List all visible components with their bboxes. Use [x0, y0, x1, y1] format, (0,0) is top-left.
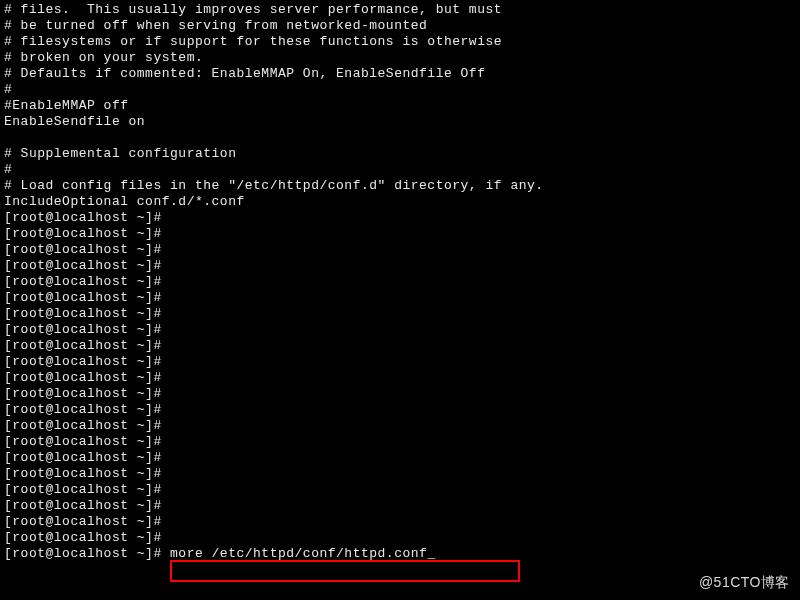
shell-prompt-line: [root@localhost ~]# [4, 418, 796, 434]
config-file-line: EnableSendfile on [4, 114, 796, 130]
shell-prompt: [root@localhost ~]# [4, 530, 170, 546]
shell-prompt: [root@localhost ~]# [4, 498, 170, 514]
shell-prompt-line: [root@localhost ~]# [4, 466, 796, 482]
cursor: _ [427, 546, 435, 562]
config-file-line: # Defaults if commented: EnableMMAP On, … [4, 66, 796, 82]
shell-prompt-line: [root@localhost ~]# [4, 386, 796, 402]
config-file-line: # broken on your system. [4, 50, 796, 66]
shell-prompt: [root@localhost ~]# [4, 226, 170, 242]
config-file-line [4, 130, 796, 146]
shell-prompt: [root@localhost ~]# [4, 466, 170, 482]
typed-command: more /etc/httpd/conf/httpd.conf [170, 546, 427, 562]
shell-prompt: [root@localhost ~]# [4, 546, 170, 562]
shell-prompt: [root@localhost ~]# [4, 514, 170, 530]
config-file-line: # [4, 82, 796, 98]
shell-prompt: [root@localhost ~]# [4, 482, 170, 498]
config-file-line: # files. This usually improves server pe… [4, 2, 796, 18]
shell-prompt-line: [root@localhost ~]# [4, 482, 796, 498]
config-file-line: # Load config files in the "/etc/httpd/c… [4, 178, 796, 194]
shell-prompt: [root@localhost ~]# [4, 450, 170, 466]
shell-prompt-line: [root@localhost ~]# [4, 274, 796, 290]
shell-prompt-line: [root@localhost ~]# [4, 530, 796, 546]
shell-prompt-line: [root@localhost ~]# [4, 514, 796, 530]
shell-prompt: [root@localhost ~]# [4, 242, 170, 258]
shell-prompt: [root@localhost ~]# [4, 258, 170, 274]
shell-prompt-line: [root@localhost ~]# [4, 338, 796, 354]
terminal-output[interactable]: # files. This usually improves server pe… [4, 2, 796, 562]
shell-prompt: [root@localhost ~]# [4, 274, 170, 290]
shell-prompt: [root@localhost ~]# [4, 418, 170, 434]
shell-prompt-line: [root@localhost ~]# [4, 354, 796, 370]
shell-prompt: [root@localhost ~]# [4, 402, 170, 418]
config-file-line: # Supplemental configuration [4, 146, 796, 162]
shell-prompt-line: [root@localhost ~]# [4, 370, 796, 386]
shell-prompt-line: [root@localhost ~]# [4, 402, 796, 418]
shell-prompt-line: [root@localhost ~]# [4, 242, 796, 258]
shell-prompt: [root@localhost ~]# [4, 290, 170, 306]
config-file-line: IncludeOptional conf.d/*.conf [4, 194, 796, 210]
shell-prompt-line: [root@localhost ~]# [4, 290, 796, 306]
watermark-label: @51CTO博客 [699, 574, 790, 590]
shell-prompt: [root@localhost ~]# [4, 338, 170, 354]
shell-prompt-line: [root@localhost ~]# [4, 322, 796, 338]
annotation-highlight-box [170, 560, 520, 582]
shell-prompt-line: [root@localhost ~]# [4, 306, 796, 322]
config-file-line: # be turned off when serving from networ… [4, 18, 796, 34]
shell-prompt: [root@localhost ~]# [4, 354, 170, 370]
shell-prompt-line: [root@localhost ~]# [4, 258, 796, 274]
shell-prompt: [root@localhost ~]# [4, 210, 170, 226]
shell-prompt-line: [root@localhost ~]# [4, 450, 796, 466]
shell-prompt: [root@localhost ~]# [4, 370, 170, 386]
shell-prompt: [root@localhost ~]# [4, 322, 170, 338]
shell-prompt-line: [root@localhost ~]# [4, 210, 796, 226]
config-file-line: # filesystems or if support for these fu… [4, 34, 796, 50]
shell-prompt-line: [root@localhost ~]# [4, 226, 796, 242]
shell-prompt: [root@localhost ~]# [4, 386, 170, 402]
shell-prompt: [root@localhost ~]# [4, 306, 170, 322]
shell-command-line[interactable]: [root@localhost ~]# more /etc/httpd/conf… [4, 546, 796, 562]
shell-prompt-line: [root@localhost ~]# [4, 434, 796, 450]
config-file-line: #EnableMMAP off [4, 98, 796, 114]
config-file-line: # [4, 162, 796, 178]
shell-prompt-line: [root@localhost ~]# [4, 498, 796, 514]
shell-prompt: [root@localhost ~]# [4, 434, 170, 450]
